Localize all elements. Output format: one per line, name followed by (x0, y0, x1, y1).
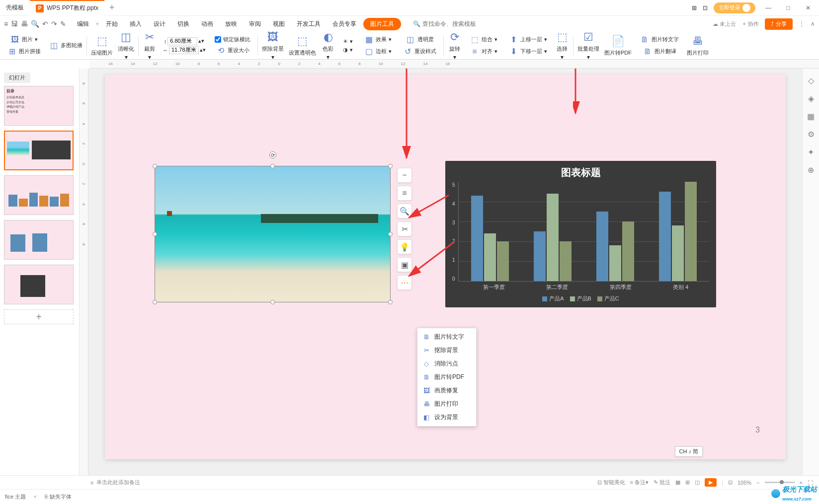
panel-animate-icon[interactable]: ◈ (806, 93, 816, 103)
share-button[interactable]: ⤴分享 (765, 18, 793, 30)
ribbon-rotate[interactable]: ⟳旋转▾ (446, 29, 464, 62)
menu-review[interactable]: 审阅 (244, 18, 266, 30)
bar-chart[interactable]: 图表标题 01 23 45 第一季度第二季度 第四季度类别 4 (445, 161, 716, 307)
ctx-clean-spot[interactable]: ◇消除污点 (417, 357, 476, 370)
float-idea-button[interactable]: 💡 (397, 239, 412, 254)
maximize-button[interactable]: □ (781, 1, 795, 15)
menu-animation[interactable]: 动画 (196, 18, 218, 30)
float-minus-button[interactable]: − (397, 168, 412, 183)
ctx-print[interactable]: 🖶图片打印 (417, 397, 476, 411)
zoom-slider[interactable] (765, 482, 795, 483)
ribbon-crop[interactable]: ✂裁剪▾ (141, 29, 159, 62)
ribbon-batch[interactable]: ☑批量处理▾ (575, 29, 601, 62)
float-crop-button[interactable]: ✂ (397, 221, 412, 236)
more-icon[interactable]: ⋮ (799, 20, 805, 27)
beautify-button[interactable]: ⊡ 智能美化 (597, 479, 625, 486)
close-button[interactable]: ✕ (801, 1, 815, 15)
zoom-out[interactable]: − (756, 480, 759, 486)
notes-button[interactable]: ≡ 备注▾ (630, 479, 649, 486)
resize-handle[interactable] (153, 300, 157, 304)
play-button[interactable]: ▶ (705, 478, 717, 487)
ribbon-contrast[interactable]: ◑▾ (341, 46, 355, 54)
ribbon-print[interactable]: 🖶图片打印 (685, 33, 711, 58)
minimize-button[interactable]: — (761, 1, 775, 15)
login-button[interactable]: 立即登录 (714, 2, 755, 13)
menu-view[interactable]: 视图 (268, 18, 290, 30)
cloud-status[interactable]: ☁ 未上云 (713, 20, 736, 28)
missing-font[interactable]: ⎘ 缺失字体 (45, 493, 72, 501)
thumb-5[interactable] (4, 265, 74, 304)
menu-devtools[interactable]: 开发工具 (292, 18, 326, 30)
ribbon-effect[interactable]: ▦效果▾ (362, 34, 394, 45)
resize-handle[interactable] (270, 300, 275, 304)
approve-button[interactable]: ✎ 批注 (654, 479, 670, 486)
width-input[interactable]: ↔▴▾ (163, 46, 206, 54)
ribbon-remove-bg[interactable]: 🖼抠除背景▾ (260, 29, 286, 62)
preview-icon[interactable]: 🔍 (31, 20, 39, 28)
menu-slideshow[interactable]: 放映 (220, 18, 242, 30)
rotate-handle[interactable]: ⟳ (269, 151, 276, 158)
chevron-icon[interactable]: ∧ (811, 20, 815, 27)
resize-handle[interactable] (153, 232, 157, 236)
tab-active-file[interactable]: P WPS PPT教程.pptx (30, 0, 104, 16)
menu-edit[interactable]: 编辑 (72, 18, 94, 30)
ribbon-pic-join[interactable]: ⊞图片拼接 (5, 46, 43, 57)
selected-image[interactable]: ⟳ (155, 166, 391, 302)
ctx-remove-bg[interactable]: ✂抠除背景 (417, 344, 476, 357)
ribbon-move-up[interactable]: ⬆上移一层▾ (506, 34, 549, 45)
ribbon-color[interactable]: ◐色彩▾ (319, 29, 337, 62)
resize-handle[interactable] (388, 300, 393, 304)
ribbon-transparency[interactable]: ◫透明度 (404, 34, 436, 45)
notes-icon[interactable]: ≡ (90, 480, 93, 486)
apps-icon[interactable]: ⊡ (703, 4, 708, 11)
menu-start[interactable]: 开始 (101, 18, 123, 30)
fullscreen-icon[interactable]: ⛶ (808, 480, 813, 486)
height-input[interactable]: ↕▴▾ (164, 37, 205, 45)
thumb-2[interactable] (4, 131, 74, 170)
ribbon-move-down[interactable]: ⬇下移一层▾ (506, 46, 549, 57)
menu-insert[interactable]: 插入 (125, 18, 147, 30)
undo-icon[interactable]: ↶ (42, 20, 48, 28)
sidebar-tab-slides[interactable]: 幻灯片 (4, 72, 30, 83)
panel-layout-icon[interactable]: ▦ (806, 111, 816, 121)
ribbon-lock-ratio[interactable]: 锁定纵横比 (213, 35, 252, 44)
ribbon-to-text[interactable]: 🗎图片转文字 (638, 34, 681, 45)
ribbon-reset-size[interactable]: ⟲重设大小 (214, 45, 251, 56)
ctx-quality[interactable]: 🖼画质修复 (417, 384, 476, 397)
ribbon-to-pdf[interactable]: 📄图片转PDF (602, 33, 634, 58)
view-sorter-icon[interactable]: ⊞ (685, 479, 690, 486)
menu-member[interactable]: 会员专享 (328, 18, 361, 30)
thumb-4[interactable] (4, 220, 74, 260)
ctx-set-bg[interactable]: ◧设为背景 (417, 411, 476, 424)
ctx-to-text[interactable]: 🗎图片转文字 (417, 330, 476, 344)
resize-handle[interactable] (270, 164, 275, 168)
canvas[interactable]: ⟳ − ≡ 🔍 ✂ 💡 (88, 69, 802, 486)
ribbon-set-trans[interactable]: ⬚设置透明色 (287, 33, 318, 58)
ribbon-translate[interactable]: 🗎图片翻译 (641, 46, 678, 57)
print-icon[interactable]: 🖶 (21, 20, 28, 28)
grid-icon[interactable]: ⊞ (692, 4, 697, 11)
menu-transition[interactable]: 切换 (172, 18, 194, 30)
search-box[interactable]: 🔍 (413, 20, 492, 27)
theme-label[interactable]: fice 主题 (5, 493, 26, 501)
ribbon-compress[interactable]: ⬚压缩图片 (89, 33, 115, 58)
add-slide-button[interactable]: + (4, 309, 74, 324)
ribbon-clarity[interactable]: ◫清晰化▾ (116, 29, 136, 62)
format-painter-icon[interactable]: ✎ (60, 20, 66, 28)
resize-handle[interactable] (388, 164, 393, 168)
panel-more-icon[interactable]: ⊕ (806, 165, 816, 175)
tab-template[interactable]: 壳模板 (0, 0, 30, 16)
float-layers-button[interactable]: ≡ (397, 186, 412, 201)
ribbon-reset-style[interactable]: ↺重设样式 (401, 46, 438, 57)
ribbon-bright[interactable]: ☀▾ (341, 38, 355, 45)
zoom-in[interactable]: + (800, 480, 803, 486)
panel-settings-icon[interactable]: ⚙ (806, 129, 816, 139)
float-zoom-button[interactable]: 🔍 (397, 204, 412, 218)
thumb-1[interactable]: 目录 介绍基本信息介绍公司文化 详细介绍产品营销方案 (4, 86, 74, 126)
ctx-to-pdf[interactable]: 🗎图片转PDF (417, 370, 476, 384)
zoom-value[interactable]: 105% (737, 480, 751, 486)
ribbon-border[interactable]: ▢边框▾ (362, 46, 394, 57)
float-frame-button[interactable]: ▣ (397, 257, 412, 272)
view-normal-icon[interactable]: ▦ (675, 479, 680, 486)
menu-design[interactable]: 设计 (149, 18, 170, 30)
